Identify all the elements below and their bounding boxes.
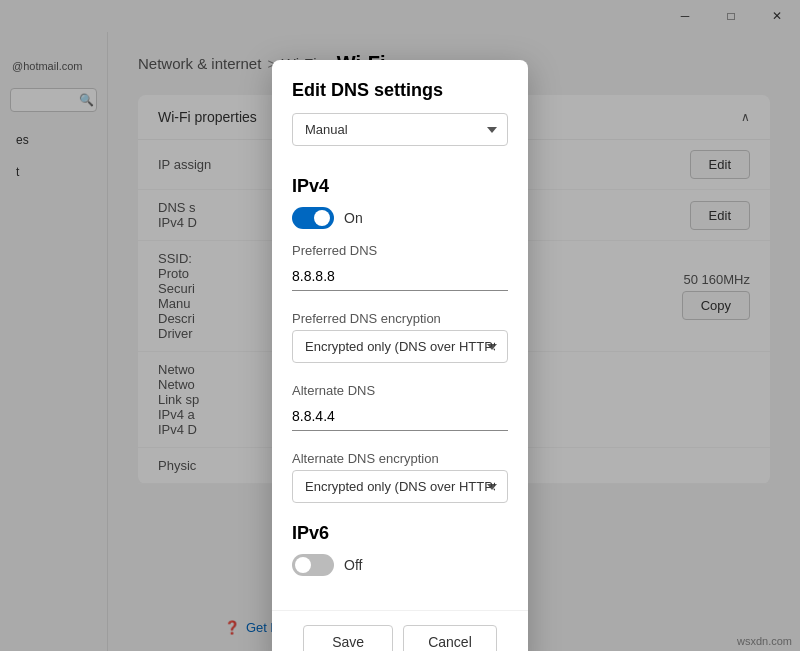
alternate-dns-input[interactable] xyxy=(292,402,508,431)
dialog-header: Edit DNS settings Manual Automatic (DHCP… xyxy=(272,60,528,156)
preferred-dns-encryption-label: Preferred DNS encryption xyxy=(292,311,508,326)
ipv6-heading: IPv6 xyxy=(292,523,508,544)
dialog-body: IPv4 On Preferred DNS Preferred DNS encr… xyxy=(272,156,528,610)
dialog-title: Edit DNS settings xyxy=(292,80,508,101)
save-button[interactable]: Save xyxy=(303,625,393,651)
preferred-dns-label: Preferred DNS xyxy=(292,243,508,258)
dialog-overlay: Edit DNS settings Manual Automatic (DHCP… xyxy=(0,0,800,651)
alternate-dns-label: Alternate DNS xyxy=(292,383,508,398)
ipv6-toggle-label: Off xyxy=(344,557,362,573)
ipv4-heading: IPv4 xyxy=(292,176,508,197)
dialog-footer: Save Cancel xyxy=(272,610,528,651)
ipv6-toggle-thumb xyxy=(295,557,311,573)
toggle-thumb xyxy=(314,210,330,226)
ipv6-toggle[interactable] xyxy=(292,554,334,576)
ipv4-toggle-label: On xyxy=(344,210,363,226)
preferred-dns-input[interactable] xyxy=(292,262,508,291)
alternate-dns-encryption-dropdown[interactable]: Encrypted only (DNS over HTTPS) Encrypte… xyxy=(292,470,508,503)
ipv4-toggle-row: On xyxy=(292,207,508,229)
ipv4-toggle[interactable] xyxy=(292,207,334,229)
cancel-button[interactable]: Cancel xyxy=(403,625,497,651)
edit-dns-dialog: Edit DNS settings Manual Automatic (DHCP… xyxy=(272,60,528,651)
ipv6-toggle-row: Off xyxy=(292,554,508,576)
alternate-dns-encryption-label: Alternate DNS encryption xyxy=(292,451,508,466)
dns-mode-dropdown[interactable]: Manual Automatic (DHCP) xyxy=(292,113,508,146)
preferred-dns-encryption-dropdown[interactable]: Encrypted only (DNS over HTTPS) Encrypte… xyxy=(292,330,508,363)
